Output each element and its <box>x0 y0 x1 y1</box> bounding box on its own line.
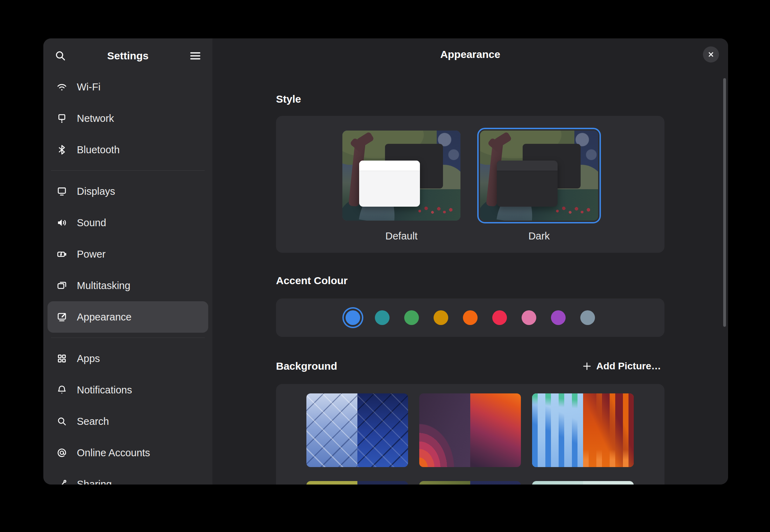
sidebar-item-label: Power <box>77 249 106 260</box>
sidebar-item-label: Online Accounts <box>77 447 150 459</box>
vertical-scrollbar[interactable] <box>723 78 726 327</box>
accent-dot-teal[interactable] <box>375 310 390 325</box>
sidebar-divider <box>51 338 205 338</box>
sidebar-item-label: Multitasking <box>77 280 130 291</box>
accent-section-label: Accent Colour <box>276 274 664 287</box>
sidebar-item-label: Search <box>77 416 109 427</box>
sidebar-item-displays[interactable]: Displays <box>48 176 208 207</box>
wallpaper-thumbnail-blue-orange-drips[interactable] <box>532 393 634 467</box>
search-button[interactable] <box>52 48 68 64</box>
sidebar-item-network[interactable]: Network <box>48 103 208 134</box>
sidebar-item-bluetooth[interactable]: Bluetooth <box>48 134 208 165</box>
online-accounts-icon <box>56 447 68 459</box>
accent-dot-blue[interactable] <box>346 310 360 325</box>
sidebar-item-wifi[interactable]: Wi-Fi <box>48 71 208 103</box>
wifi-icon <box>56 81 68 93</box>
add-picture-label: Add Picture… <box>596 361 661 372</box>
main-header: Appearance <box>212 38 728 71</box>
page-title: Appearance <box>440 49 500 60</box>
sidebar-item-label: Apps <box>77 353 100 364</box>
accent-dot-red[interactable] <box>492 310 507 325</box>
sidebar-title: Settings <box>68 50 187 62</box>
style-card: Default Dark <box>276 116 664 253</box>
style-option-label: Dark <box>528 230 550 242</box>
sound-icon <box>56 217 68 229</box>
sidebar-item-label: Appearance <box>77 311 131 323</box>
accent-card <box>276 298 664 337</box>
notifications-icon <box>56 384 68 396</box>
wallpaper-thumbnail-meadow-day-night[interactable] <box>306 481 408 485</box>
search-icon <box>54 49 67 62</box>
accent-dot-pink[interactable] <box>522 310 536 325</box>
style-option-dark[interactable]: Dark <box>480 131 598 253</box>
search-icon <box>56 415 68 427</box>
sidebar-item-label: Notifications <box>77 384 132 396</box>
sidebar-item-power[interactable]: Power <box>48 238 208 270</box>
sidebar-item-label: Sound <box>77 217 106 229</box>
style-preview-dark <box>480 131 598 221</box>
sidebar-item-label: Displays <box>77 186 115 197</box>
sidebar-header: Settings <box>48 45 208 67</box>
sidebar-item-online-accounts[interactable]: Online Accounts <box>48 437 208 468</box>
settings-window: Settings Wi-Fi Network Bluetooth <box>43 38 728 485</box>
power-icon <box>56 248 68 260</box>
accent-dot-slate[interactable] <box>580 310 595 325</box>
wallpaper-thumbnail-purple-orange-waves[interactable] <box>419 393 521 467</box>
sharing-icon <box>56 478 68 485</box>
accent-dot-yellow[interactable] <box>434 310 448 325</box>
accent-dot-purple[interactable] <box>551 310 566 325</box>
sidebar-item-sharing[interactable]: Sharing <box>48 468 208 485</box>
sidebar-item-label: Wi-Fi <box>77 81 101 93</box>
style-preview-default <box>342 131 460 221</box>
displays-icon <box>56 185 68 197</box>
sidebar-item-notifications[interactable]: Notifications <box>48 374 208 406</box>
mock-window-front <box>359 161 420 207</box>
bluetooth-icon <box>56 144 68 156</box>
main-menu-button[interactable] <box>187 48 203 64</box>
plus-icon <box>582 361 592 371</box>
network-icon <box>56 112 68 124</box>
sidebar-item-apps[interactable]: Apps <box>48 343 208 374</box>
style-option-default[interactable]: Default <box>342 131 460 253</box>
appearance-icon <box>56 311 68 323</box>
sidebar-item-multitasking[interactable]: Multitasking <box>48 270 208 301</box>
sidebar-item-label: Bluetooth <box>77 144 120 156</box>
wallpaper-thumbnail-olive-navy[interactable] <box>419 481 521 485</box>
sidebar-item-search[interactable]: Search <box>48 406 208 437</box>
hamburger-menu-icon <box>189 49 202 62</box>
wallpaper-grid <box>276 384 664 485</box>
sidebar-item-label: Sharing <box>77 479 112 485</box>
style-section-label: Style <box>276 93 664 105</box>
wallpaper-thumbnail-blue-diamonds[interactable] <box>306 393 408 467</box>
apps-icon <box>56 353 68 364</box>
style-option-label: Default <box>385 230 417 242</box>
wallpaper-thumbnail-pale-cyan[interactable] <box>532 481 634 485</box>
background-card <box>276 384 664 485</box>
sidebar-divider <box>51 170 205 171</box>
background-section-label: Background <box>276 360 337 372</box>
add-picture-button[interactable]: Add Picture… <box>578 358 664 375</box>
sidebar-item-sound[interactable]: Sound <box>48 207 208 238</box>
multitasking-icon <box>56 280 68 291</box>
close-button[interactable] <box>703 46 719 62</box>
main-content: Style Default <box>212 93 728 485</box>
close-icon <box>707 50 715 59</box>
background-section-header: Background Add Picture… <box>276 359 664 374</box>
accent-dot-orange[interactable] <box>463 310 478 325</box>
appearance-panel: Appearance Style <box>212 38 728 485</box>
sidebar-item-appearance[interactable]: Appearance <box>48 301 208 333</box>
sidebar-item-label: Network <box>77 113 114 124</box>
sidebar: Settings Wi-Fi Network Bluetooth <box>43 38 212 485</box>
accent-dot-green[interactable] <box>404 310 419 325</box>
mock-window-front <box>497 161 558 207</box>
